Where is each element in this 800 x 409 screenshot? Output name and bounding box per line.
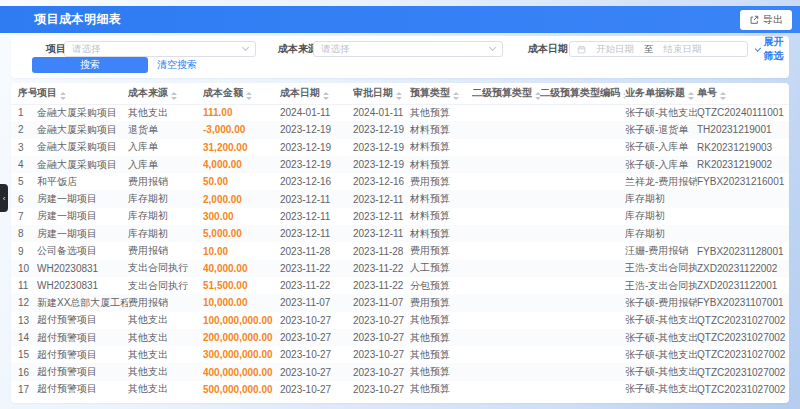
table-cell: QTZC20231027002	[697, 346, 789, 363]
sort-icon	[60, 92, 66, 100]
table-cell: 2023-12-19	[353, 121, 410, 138]
table-cell: 张子硕-费用报销	[625, 294, 697, 311]
export-button[interactable]: 导出	[740, 10, 792, 30]
table-cell	[472, 156, 540, 173]
clear-search-button[interactable]: 清空搜索	[157, 57, 197, 73]
table-cell: 兰祥龙-费用报销	[625, 173, 697, 190]
column-header-label: 单号	[697, 87, 717, 98]
table-cell: 2023-11-22	[280, 277, 353, 294]
project-select[interactable]: 请选择	[64, 41, 256, 57]
table-cell: 2023-12-11	[280, 190, 353, 207]
table-cell: 5	[11, 173, 37, 190]
table-cell: 9	[11, 242, 37, 259]
table-cell	[472, 121, 540, 138]
cost-detail-table: 序号项目成本来源成本金额成本日期审批日期预算类型二级预算类型二级预算类型编码业务…	[11, 83, 789, 398]
column-header-label: 预算类型	[410, 87, 450, 98]
filter-row: 项目 请选择 成本来源 请选择 成本日期 开始日期 至 结束日期 展开筛选	[11, 41, 789, 57]
table-cell	[540, 121, 625, 138]
table-cell: 超付预警项目	[37, 381, 128, 398]
table-cell: 其他预算	[410, 312, 472, 329]
table-cell: 10	[11, 260, 37, 277]
table-cell: 100,000,000.00	[203, 312, 280, 329]
column-header-1[interactable]: 项目	[37, 83, 128, 104]
table-cell: 2023-10-27	[280, 381, 353, 398]
export-button-label: 导出	[763, 13, 783, 27]
table-cell: 张子硕-其他支出	[625, 381, 697, 398]
table-cell: 13	[11, 312, 37, 329]
table-cell: QTZC20231027002	[697, 363, 789, 380]
table-cell: 31,200.00	[203, 139, 280, 156]
cost-source-select[interactable]: 请选择	[313, 41, 503, 57]
app-header-bar: 项目成本明细表 导出	[0, 6, 800, 33]
table-cell: 材料预算	[410, 225, 472, 242]
column-header-10[interactable]: 单号	[697, 83, 789, 104]
table-cell: 其他支出	[128, 104, 203, 121]
expand-filter-link[interactable]: 展开筛选	[756, 41, 789, 57]
search-button[interactable]: 搜索	[32, 57, 148, 73]
chevron-down-icon	[489, 44, 496, 51]
table-cell: 其他支出	[128, 381, 203, 398]
table-cell: 费用报销	[128, 242, 203, 259]
table-cell	[472, 312, 540, 329]
table-cell	[472, 277, 540, 294]
table-row: 1金融大厦采购项目其他支出111.002024-01-112024-01-11其…	[11, 104, 789, 121]
table-cell	[540, 225, 625, 242]
table-cell: 入库单	[128, 139, 203, 156]
drawer-collapse-handle[interactable]: ‹	[0, 184, 8, 212]
table-cell: 2023-12-11	[280, 225, 353, 242]
table-cell: 2023-11-28	[280, 242, 353, 259]
table-cell	[540, 190, 625, 207]
table-cell: 张子硕-入库单	[625, 156, 697, 173]
table-cell: 其他预算	[410, 346, 472, 363]
table-cell: -3,000.00	[203, 121, 280, 138]
column-header-3[interactable]: 成本金额	[203, 83, 280, 104]
table-cell: 超付预警项目	[37, 312, 128, 329]
column-header-7[interactable]: 二级预算类型	[472, 83, 540, 104]
table-cell: 2,000.00	[203, 190, 280, 207]
table-row: 15超付预警项目其他支出300,000,000.002023-10-272023…	[11, 346, 789, 363]
table-cell: 费用预算	[410, 294, 472, 311]
table-row: 13超付预警项目其他支出100,000,000.002023-10-272023…	[11, 312, 789, 329]
table-cell: 材料预算	[410, 190, 472, 207]
table-cell	[540, 312, 625, 329]
table-cell: 金融大厦采购项目	[37, 139, 128, 156]
cost-source-select-placeholder: 请选择	[321, 43, 350, 56]
column-header-0: 序号	[11, 83, 37, 104]
table-cell: 8	[11, 225, 37, 242]
table-cell: 张子硕-其他支出	[625, 363, 697, 380]
start-date-placeholder: 开始日期	[586, 43, 644, 56]
table-cell: 2023-10-27	[353, 363, 410, 380]
table-cell: QTZC20231027002	[697, 312, 789, 329]
table-cell	[540, 156, 625, 173]
column-header-9[interactable]: 业务单据标题	[625, 83, 697, 104]
table-cell: 1	[11, 104, 37, 121]
export-icon	[749, 15, 759, 25]
table-cell: 2023-10-27	[353, 312, 410, 329]
cost-date-range-input[interactable]: 开始日期 至 结束日期	[569, 41, 748, 57]
table-cell: 11	[11, 277, 37, 294]
table-cell: 张子硕-其他支出	[625, 312, 697, 329]
column-header-4[interactable]: 成本日期	[280, 83, 353, 104]
table-cell: 2023-12-11	[353, 208, 410, 225]
column-header-label: 项目	[37, 87, 57, 98]
table-row: 10WH20230831支出合同执行40,000.002023-11-22202…	[11, 260, 789, 277]
column-header-5[interactable]: 审批日期	[353, 83, 410, 104]
column-header-6[interactable]: 预算类型	[410, 83, 472, 104]
table-cell: 和平饭店	[37, 173, 128, 190]
table-cell: 库存期初	[625, 190, 697, 207]
table-row: 5和平饭店费用报销50.002023-12-162023-12-16费用预算兰祥…	[11, 173, 789, 190]
table-cell: FYBX20231128001	[697, 242, 789, 259]
column-header-2[interactable]: 成本来源	[128, 83, 203, 104]
table-cell: 2023-12-19	[280, 139, 353, 156]
table-cell: 500,000,000.00	[203, 381, 280, 398]
table-cell: 7	[11, 208, 37, 225]
table-cell	[540, 294, 625, 311]
table-cell: 15	[11, 346, 37, 363]
column-header-8[interactable]: 二级预算类型编码	[540, 83, 625, 104]
table-cell: QTZC20231027002	[697, 329, 789, 346]
table-cell: 王浩-支出合同执行	[625, 277, 697, 294]
table-cell: 汪姗-费用报销	[625, 242, 697, 259]
cost-source-filter-label: 成本来源	[278, 41, 318, 57]
table-cell	[540, 329, 625, 346]
table-cell: 40,000.00	[203, 260, 280, 277]
